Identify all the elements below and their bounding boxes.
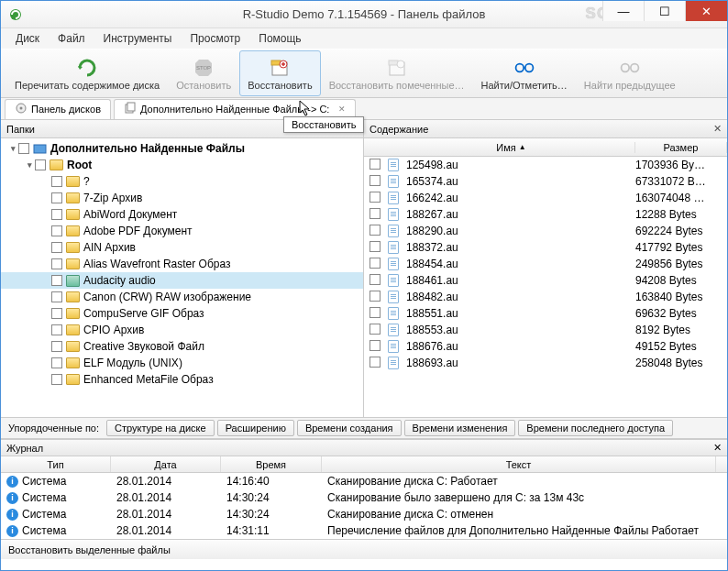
checkbox[interactable] bbox=[370, 175, 381, 186]
maximize-button[interactable]: ☐ bbox=[644, 1, 685, 21]
tree-item[interactable]: ELF Модуль (UNIX) bbox=[1, 355, 363, 371]
journal-close-icon[interactable]: ✕ bbox=[713, 442, 722, 454]
tree-item-label: ELF Модуль (UNIX) bbox=[83, 357, 182, 369]
checkbox[interactable] bbox=[51, 324, 62, 335]
checkbox[interactable] bbox=[51, 291, 62, 302]
file-name: 166242.au bbox=[406, 192, 458, 204]
sort-button[interactable]: Расширению bbox=[217, 420, 294, 436]
checkbox[interactable] bbox=[51, 258, 62, 269]
checkbox[interactable] bbox=[51, 308, 62, 319]
checkbox[interactable] bbox=[51, 341, 62, 352]
tree-item[interactable]: ▾Root bbox=[1, 157, 363, 173]
tree-item[interactable]: CPIO Архив bbox=[1, 322, 363, 338]
menu-инструменты[interactable]: Инструменты bbox=[96, 30, 180, 47]
folder-icon bbox=[66, 192, 80, 203]
system-icon bbox=[33, 143, 47, 155]
content-pane-close-icon[interactable]: ✕ bbox=[713, 123, 722, 135]
sort-button[interactable]: Времени создания bbox=[297, 420, 402, 436]
folder-tree[interactable]: ▾Дополнительно Найденные Файлы▾Root?7-Zi… bbox=[1, 138, 363, 417]
checkbox[interactable] bbox=[370, 159, 381, 170]
checkbox[interactable] bbox=[370, 307, 381, 318]
file-row[interactable]: 188454.au249856 Bytes bbox=[364, 256, 727, 272]
menu-диск[interactable]: Диск bbox=[8, 30, 47, 47]
file-row[interactable]: 188676.au49152 Bytes bbox=[364, 338, 727, 355]
checkbox[interactable] bbox=[370, 274, 381, 285]
tree-item[interactable]: ▾Дополнительно Найденные Файлы bbox=[1, 140, 363, 157]
file-row[interactable]: 188553.au8192 Bytes bbox=[364, 322, 727, 338]
journal-row[interactable]: iСистема28.01.201414:31:11Перечисление ф… bbox=[1, 522, 727, 539]
toolbar-find-button[interactable]: Найти/Отметить… bbox=[473, 50, 576, 96]
menu-просмотр[interactable]: Просмотр bbox=[182, 30, 248, 47]
file-row[interactable]: 165374.au67331072 B… bbox=[364, 173, 727, 190]
tree-item-label: Дополнительно Найденные Файлы bbox=[50, 142, 245, 155]
file-list-header[interactable]: Имя▲ Размер bbox=[364, 138, 727, 157]
checkbox[interactable] bbox=[370, 324, 381, 335]
file-row[interactable]: 125498.au1703936 By… bbox=[364, 157, 727, 173]
checkbox[interactable] bbox=[370, 340, 381, 351]
checkbox[interactable] bbox=[51, 225, 62, 236]
file-row[interactable]: 188461.au94208 Bytes bbox=[364, 272, 727, 289]
menu-файл[interactable]: Файл bbox=[50, 30, 93, 47]
file-row[interactable]: 188482.au163840 Bytes bbox=[364, 289, 727, 305]
tab-close-icon[interactable]: ✕ bbox=[338, 104, 346, 114]
checkbox[interactable] bbox=[18, 143, 29, 154]
checkbox[interactable] bbox=[370, 225, 381, 236]
tree-item[interactable]: AbiWord Документ bbox=[1, 206, 363, 223]
checkbox[interactable] bbox=[370, 241, 381, 252]
tree-item[interactable]: Enhanced MetaFile Образ bbox=[1, 371, 363, 388]
tree-item[interactable]: CompuServe GIF Образ bbox=[1, 305, 363, 322]
expand-icon[interactable]: ▾ bbox=[8, 144, 18, 153]
checkbox[interactable] bbox=[370, 291, 381, 302]
checkbox[interactable] bbox=[51, 209, 62, 220]
journal-row[interactable]: iСистема28.01.201414:16:40Сканирование д… bbox=[1, 473, 727, 489]
journal-col-header[interactable]: Дата bbox=[111, 456, 221, 472]
journal-row[interactable]: iСистема28.01.201414:30:24Сканирование б… bbox=[1, 489, 727, 506]
expand-icon[interactable]: ▾ bbox=[25, 160, 35, 170]
checkbox[interactable] bbox=[370, 357, 381, 368]
tree-item[interactable]: Creative Звуковой Файл bbox=[1, 338, 363, 355]
file-list[interactable]: 125498.au1703936 By…165374.au67331072 B…… bbox=[364, 157, 727, 417]
tree-item[interactable]: AIN Архив bbox=[1, 239, 363, 256]
tree-item[interactable]: 7-Zip Архив bbox=[1, 190, 363, 206]
checkbox[interactable] bbox=[51, 192, 62, 203]
toolbar-refresh-button[interactable]: Перечитать содержимое диска bbox=[6, 50, 168, 96]
sort-button[interactable]: Времени последнего доступа bbox=[518, 420, 673, 436]
file-row[interactable]: 188693.au258048 Bytes bbox=[364, 355, 727, 371]
sort-button[interactable]: Времени изменения bbox=[404, 420, 516, 436]
svg-rect-7 bbox=[389, 60, 398, 65]
file-row[interactable]: 188267.au12288 Bytes bbox=[364, 206, 727, 223]
menu-помощь[interactable]: Помощь bbox=[251, 30, 308, 47]
journal-col-header[interactable]: Текст bbox=[322, 456, 716, 472]
tree-item[interactable]: ? bbox=[1, 173, 363, 190]
file-row[interactable]: 166242.au163074048 … bbox=[364, 190, 727, 206]
file-name: 188267.au bbox=[406, 208, 458, 221]
checkbox[interactable] bbox=[35, 159, 46, 170]
minimize-button[interactable]: — bbox=[602, 1, 644, 21]
tree-item[interactable]: Audacity audio bbox=[1, 272, 363, 289]
checkbox[interactable] bbox=[370, 192, 381, 203]
journal-col-header[interactable]: Тип bbox=[1, 456, 111, 472]
file-icon bbox=[388, 324, 399, 336]
sort-button[interactable]: Структуре на диске bbox=[106, 420, 215, 436]
close-button[interactable]: ✕ bbox=[685, 1, 727, 21]
journal-columns[interactable]: ТипДатаВремяТекст bbox=[1, 456, 727, 473]
info-icon: i bbox=[6, 509, 18, 521]
checkbox[interactable] bbox=[370, 208, 381, 219]
file-row[interactable]: 188551.au69632 Bytes bbox=[364, 305, 727, 322]
tree-item[interactable]: Adobe PDF Документ bbox=[1, 223, 363, 239]
checkbox[interactable] bbox=[51, 242, 62, 253]
file-row[interactable]: 188290.au692224 Bytes bbox=[364, 223, 727, 239]
tree-item[interactable]: Alias Wavefront Raster Образ bbox=[1, 256, 363, 272]
checkbox[interactable] bbox=[51, 275, 62, 286]
journal-col-header[interactable]: Время bbox=[221, 456, 322, 472]
file-row[interactable]: 188372.au417792 Bytes bbox=[364, 239, 727, 256]
tree-item[interactable]: Canon (CRW) RAW изображение bbox=[1, 289, 363, 305]
tab-0[interactable]: Панель дисков bbox=[5, 99, 111, 119]
toolbar-restore-button[interactable]: Восстановить bbox=[239, 50, 320, 96]
checkbox[interactable] bbox=[51, 176, 62, 187]
sort-label: Упорядоченные по: bbox=[1, 423, 106, 434]
journal-row[interactable]: iСистема28.01.201414:30:24Сканирование д… bbox=[1, 506, 727, 522]
checkbox[interactable] bbox=[370, 258, 381, 269]
checkbox[interactable] bbox=[51, 357, 62, 368]
checkbox[interactable] bbox=[51, 374, 62, 385]
